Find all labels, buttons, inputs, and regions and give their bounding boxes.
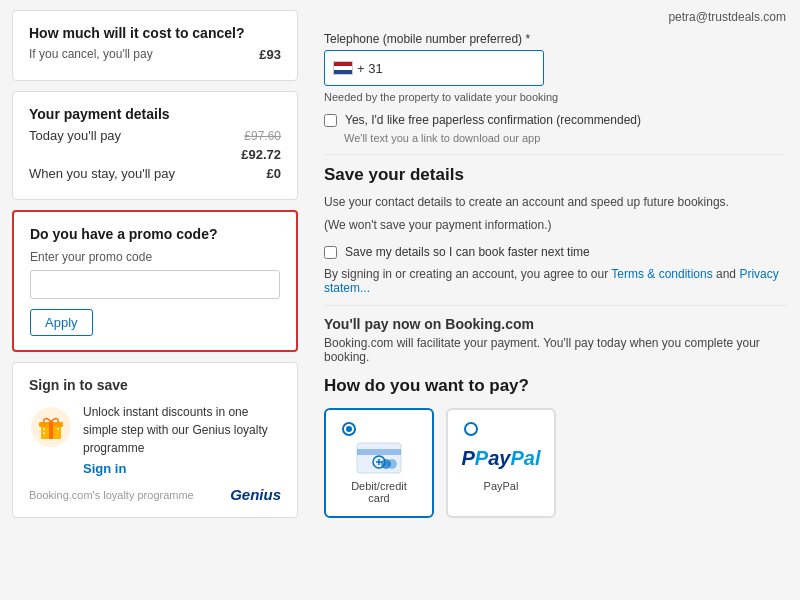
today-original-price: £97.60 [244,129,281,143]
phone-label: Telephone (mobile number preferred) * [324,32,786,46]
phone-hint: Needed by the property to validate your … [324,91,786,103]
pay-now-title: You'll pay now on Booking.com [324,316,786,332]
paypal-logo: PPayPal [462,447,541,470]
debit-credit-option[interactable]: Debit/credit card [324,408,434,518]
terms-prefix: By signing in or creating an account, yo… [324,267,611,281]
left-column: How much will it cost to cancel? If you … [0,0,310,600]
signin-body: Unlock instant discounts in one simple s… [29,403,281,476]
signin-card: Sign in to save Unlock ins [12,362,298,518]
cancel-cost-title: How much will it cost to cancel? [29,25,281,41]
stay-pay-row: When you stay, you'll pay £0 [29,166,281,181]
cancel-cost-subtitle: If you cancel, you'll pay [29,47,153,62]
paypal-label: PayPal [484,480,519,492]
paperless-label: Yes, I'd like free paperless confirmatio… [345,113,641,127]
payment-options: Debit/credit card PPayPal PayPal [324,408,786,518]
payment-details-card: Your payment details Today you'll pay £9… [12,91,298,200]
signin-text-block: Unlock instant discounts in one simple s… [83,403,281,476]
save-details-checkbox-row: Save my details so I can book faster nex… [324,245,786,259]
terms-and: and [713,267,740,281]
terms-text: By signing in or creating an account, yo… [324,267,786,295]
today-pay-row-2: £92.72 [29,147,281,162]
signin-link[interactable]: Sign in [83,461,126,476]
pay-now-description: Booking.com will facilitate your payment… [324,336,786,364]
gift-icon [29,405,73,449]
apply-button[interactable]: Apply [30,309,93,336]
divider-1 [324,154,786,155]
paperless-sublabel: We'll text you a link to download our ap… [344,132,786,144]
netherlands-flag-icon [333,61,353,75]
debit-radio-button [342,422,356,436]
paperless-checkbox[interactable] [324,114,337,127]
save-details-desc2: (We won't save your payment information.… [324,216,786,235]
genius-label: Genius [230,486,281,503]
phone-country-code: + 31 [357,61,383,76]
save-details-checkbox[interactable] [324,246,337,259]
today-pay-row: Today you'll pay £97.60 [29,128,281,143]
svg-point-6 [57,428,59,430]
svg-point-10 [387,459,397,469]
today-pay-label: Today you'll pay [29,128,121,143]
paypal-radio-button [464,422,478,436]
payment-details-title: Your payment details [29,106,281,122]
phone-field-wrap[interactable]: + 31 [324,50,544,86]
promo-label: Enter your promo code [30,250,280,264]
promo-title: Do you have a promo code? [30,226,280,242]
debit-card-icon [356,442,402,474]
cancel-cost-price: £93 [259,47,281,62]
divider-2 [324,305,786,306]
paypal-option[interactable]: PPayPal PayPal [446,408,556,518]
signin-footer: Booking.com's loyalty programme Genius [29,486,281,503]
signin-title: Sign in to save [29,377,281,393]
promo-input[interactable] [30,270,280,299]
signin-description: Unlock instant discounts in one simple s… [83,403,281,457]
stay-pay-price: £0 [267,166,281,181]
svg-point-4 [43,428,45,430]
svg-point-5 [43,432,45,434]
how-to-pay-title: How do you want to pay? [324,376,786,396]
cancel-cost-card: How much will it cost to cancel? If you … [12,10,298,81]
save-details-label: Save my details so I can book faster nex… [345,245,590,259]
svg-rect-8 [357,449,401,455]
stay-pay-label: When you stay, you'll pay [29,166,175,181]
promo-code-card: Do you have a promo code? Enter your pro… [12,210,298,352]
paperless-checkbox-row: Yes, I'd like free paperless confirmatio… [324,113,786,127]
save-details-title: Save your details [324,165,786,185]
paypal-logo-wrap: PPayPal [462,442,541,474]
save-details-desc1: Use your contact details to create an ac… [324,193,786,212]
debit-credit-label: Debit/credit card [342,480,416,504]
right-column: petra@trustdeals.com Telephone (mobile n… [310,0,800,600]
user-email: petra@trustdeals.com [324,10,786,24]
terms-link[interactable]: Terms & conditions [611,267,712,281]
today-actual-price: £92.72 [241,147,281,162]
svg-rect-3 [49,422,53,439]
loyalty-programme-label: Booking.com's loyalty programme [29,489,194,501]
